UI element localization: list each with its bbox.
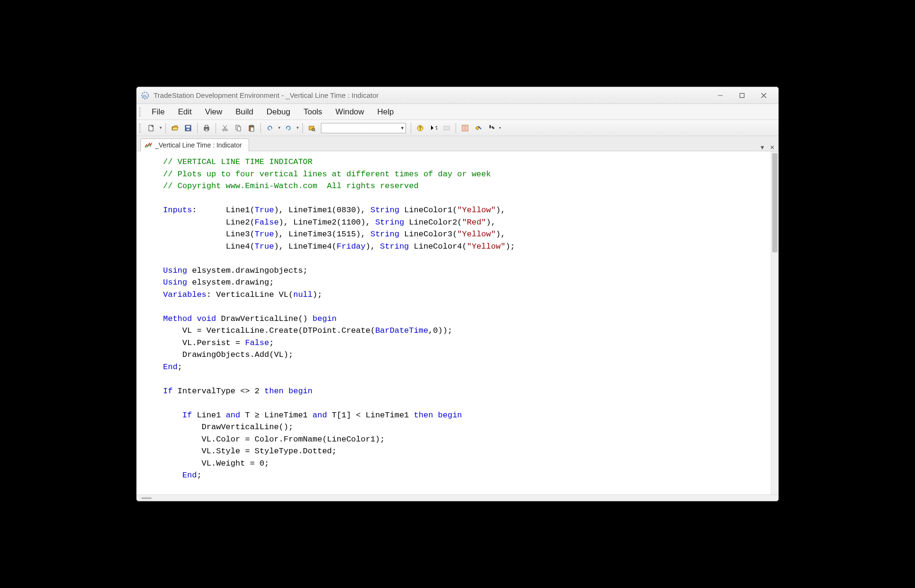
- svg-rect-21: [250, 127, 254, 131]
- svg-rect-28: [444, 126, 449, 130]
- document-tab[interactable]: _Vertical Line Time : Indicator: [140, 138, 249, 151]
- maximize-button[interactable]: [731, 88, 753, 103]
- svg-rect-8: [186, 126, 190, 128]
- code-editor[interactable]: // VERTICAL LINE TIME INDICATOR // Plots…: [137, 151, 771, 494]
- menu-view[interactable]: View: [199, 105, 229, 119]
- dictionary-button[interactable]: [472, 122, 484, 134]
- new-dropdown-icon[interactable]: ▼: [159, 126, 163, 130]
- redo-dropdown-icon[interactable]: ▼: [296, 126, 300, 130]
- svg-point-15: [223, 129, 224, 131]
- properties-button[interactable]: [459, 122, 471, 134]
- menu-build[interactable]: Build: [229, 105, 260, 119]
- svg-rect-12: [205, 129, 208, 131]
- copy-button[interactable]: [232, 122, 244, 134]
- svg-text:?: ?: [419, 126, 422, 131]
- vertical-scrollbar[interactable]: [771, 151, 778, 494]
- svg-point-16: [225, 129, 227, 131]
- build-tools-button[interactable]: [485, 122, 498, 134]
- minimize-button[interactable]: [709, 88, 731, 103]
- app-icon: eL: [140, 91, 150, 100]
- open-button[interactable]: [169, 122, 181, 134]
- menu-window[interactable]: Window: [329, 105, 371, 119]
- menubar-grip-icon: [139, 107, 142, 117]
- menubar: File Edit View Build Debug Tools Window …: [137, 104, 778, 120]
- window-controls: [709, 88, 775, 103]
- indicator-tab-icon: [145, 141, 152, 149]
- paste-button[interactable]: [245, 122, 258, 134]
- redo-button[interactable]: [282, 122, 294, 134]
- document-tab-label: _Vertical Line Time : Indicator: [155, 141, 242, 149]
- app-window: eL TradeStation Development Environment …: [136, 86, 779, 502]
- svg-rect-18: [237, 127, 241, 131]
- find-button[interactable]: [306, 122, 318, 134]
- scroll-thumb[interactable]: [772, 153, 777, 252]
- toolbar-grip-icon: [139, 123, 142, 133]
- cut-button[interactable]: [219, 122, 231, 134]
- svg-text:?: ?: [435, 126, 437, 131]
- save-button[interactable]: [182, 122, 194, 134]
- menu-debug[interactable]: Debug: [260, 105, 297, 119]
- print-button[interactable]: [200, 122, 213, 134]
- toolbar-overflow-icon[interactable]: ▾: [499, 126, 501, 130]
- context-help-button[interactable]: ?: [427, 122, 440, 134]
- toolbar: ▼ ▼ ▼ ▼ ? ? ▾: [137, 120, 778, 136]
- close-button[interactable]: [753, 88, 775, 103]
- editor-area: // VERTICAL LINE TIME INDICATOR // Plots…: [137, 151, 778, 494]
- tab-dropdown-icon[interactable]: ▼: [760, 144, 765, 151]
- titlebar: eL TradeStation Development Environment …: [137, 87, 778, 104]
- svg-rect-20: [250, 125, 253, 127]
- tab-close-icon[interactable]: ✕: [770, 144, 775, 151]
- window-title: TradeStation Development Environment - _…: [154, 91, 709, 99]
- status-grip-icon: [141, 497, 152, 499]
- svg-rect-3: [740, 93, 744, 97]
- undo-dropdown-icon[interactable]: ▼: [277, 126, 281, 130]
- menu-tools[interactable]: Tools: [297, 105, 329, 119]
- undo-button[interactable]: [264, 122, 276, 134]
- new-button[interactable]: [145, 122, 157, 134]
- help-button[interactable]: ?: [414, 122, 426, 134]
- svg-rect-9: [187, 129, 190, 130]
- menu-help[interactable]: Help: [371, 105, 400, 119]
- menu-edit[interactable]: Edit: [171, 105, 198, 119]
- statusbar: [137, 494, 778, 501]
- menu-file[interactable]: File: [145, 105, 171, 119]
- svg-text:eL: eL: [143, 94, 147, 98]
- svg-line-24: [314, 130, 315, 131]
- tabbar: _Vertical Line Time : Indicator ▼ ✕: [137, 136, 778, 151]
- verify-button[interactable]: [440, 122, 453, 134]
- svg-rect-11: [205, 125, 208, 127]
- search-combo[interactable]: ▼: [321, 123, 406, 133]
